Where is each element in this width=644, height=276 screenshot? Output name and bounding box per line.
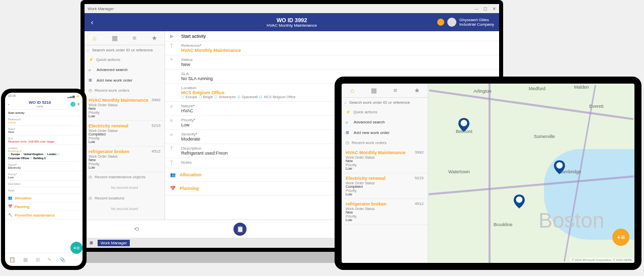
map-pin[interactable]: 1 [458, 118, 469, 132]
avatar[interactable] [447, 18, 456, 27]
back-icon[interactable]: ‹ [8, 103, 9, 106]
windows-start-icon[interactable]: ⊞ [87, 241, 96, 245]
doc-nav-icon[interactable]: 📋 [233, 223, 247, 236]
home-tab-icon[interactable]: ⌂ [85, 34, 105, 42]
start-activity-row[interactable]: ▶Start activity [165, 31, 499, 41]
work-order-item[interactable]: HVAC Monthly Maintenance3992 Work Order … [85, 95, 165, 121]
recent-orders-header: ◷Recent work orders [342, 138, 428, 148]
flash-icon: ⚡ [89, 57, 94, 62]
plus-box-icon: ⊞ [89, 78, 94, 83]
advanced-search[interactable]: ⌕Advanced search [85, 64, 165, 75]
no-records: No records found [85, 182, 165, 193]
work-order-item[interactable]: Electricity renewal5215 Work Order Statu… [342, 173, 428, 199]
calendar-tab-icon[interactable]: ▦ [105, 34, 125, 42]
city-label: Somerville [534, 134, 555, 139]
fab-add-button[interactable]: +≡ [612, 229, 629, 246]
work-order-item[interactable]: refrigerator broken4512 Work Order Statu… [85, 147, 165, 172]
home-tab-icon[interactable]: ⌂ [342, 87, 363, 94]
plus-box-icon: ⊞ [346, 130, 351, 135]
magnifier-icon: ⌕ [346, 120, 351, 124]
star-tab-icon[interactable]: ★ [144, 34, 165, 42]
location-field[interactable]: LocationBuilding A ⬡Europe⬡United Kingdo… [5, 145, 83, 162]
quick-actions-header: ⚡Quick actions [342, 107, 428, 117]
quote-icon: ❝ [170, 57, 177, 67]
search-box[interactable]: ⌕ [342, 98, 428, 107]
list-tab-icon[interactable]: ≡ [125, 34, 145, 42]
search-input[interactable] [92, 48, 162, 52]
advanced-search[interactable]: ⌕Advanced search [342, 117, 428, 127]
quick-actions-header: ⚡Quick actions [85, 55, 165, 64]
fab-add-button[interactable]: +≡ [70, 242, 83, 254]
status-field[interactable]: StatusNew› [5, 126, 83, 135]
clock-icon: ◷ [346, 141, 349, 145]
status-dot-icon[interactable] [70, 102, 75, 107]
notification-icon[interactable] [437, 19, 444, 26]
phone-frame: 10:15 ▂▃▅ ⚡ ‹ WO ID 5210 Lamp ≡ Start ac… [1, 89, 87, 270]
map-pin[interactable]: 2 [554, 160, 565, 174]
allocation-section[interactable]: 👥Allocation [5, 194, 83, 202]
list-icon: ≡ [170, 132, 177, 142]
recent-orders-header: ◷Recent work orders [85, 86, 165, 95]
chevron-right-icon: › [79, 173, 80, 176]
phone-screen: 10:15 ▂▃▅ ⚡ ‹ WO ID 5210 Lamp ≡ Start ac… [5, 93, 83, 266]
nav-doc-icon[interactable]: 📋 [9, 257, 15, 262]
city-label: Arlington [473, 89, 492, 94]
no-records: No records found [85, 203, 165, 215]
nav-edit-icon[interactable]: ✎ [47, 257, 51, 262]
calendar-tab-icon[interactable]: ▦ [363, 87, 385, 94]
map-view[interactable]: Arlington Medford Malden Everett Belmont… [428, 84, 634, 263]
reference-field[interactable]: Reference*Lamp› [5, 116, 83, 126]
work-order-item[interactable]: refrigerator broken4512 Work Order Statu… [342, 199, 428, 225]
header-title: WO ID 3992 [267, 17, 317, 23]
preventive-section[interactable]: 🔧Preventive maintenance [5, 211, 83, 220]
start-activity-row[interactable]: Start activity› [5, 110, 83, 116]
menu-icon[interactable]: ≡ [77, 103, 79, 106]
city-label: Malden [574, 85, 589, 90]
list-tab-icon[interactable]: ≡ [385, 87, 407, 94]
back-button[interactable]: ‹ [85, 18, 100, 26]
back-nav-icon[interactable]: ⟲ [130, 223, 143, 236]
notes-field[interactable]: Notes [5, 187, 83, 194]
work-order-item[interactable]: HVAC Monthly Maintenance3992 Work Order … [342, 148, 428, 173]
city-label: Watertown [448, 169, 470, 174]
add-work-order[interactable]: ⊞Add new work order [342, 127, 428, 138]
tablet-screen: ⌂ ▦ ≡ ★ ⌕ ⚡Quick actions ⌕Advanced searc… [342, 84, 634, 263]
priority-field[interactable]: Priority*Low› [5, 171, 83, 181]
status-time: 10:15 [8, 94, 16, 97]
work-order-item[interactable]: Electricity renewal5215 Work Order Statu… [85, 121, 165, 147]
minimize-icon[interactable]: — [474, 7, 478, 11]
user-org: Industrial Company [459, 22, 494, 27]
reference-field[interactable]: TReference*HVAC Monthly Maintenance [165, 41, 499, 55]
status-field[interactable]: ❝StatusNew [165, 55, 499, 70]
text-icon: T [170, 160, 177, 166]
nav-clip-icon[interactable]: 📎 [59, 257, 65, 262]
wrench-icon: 🔧 [8, 213, 13, 217]
nav-cal-icon[interactable]: ▦ [23, 257, 28, 262]
sidebar: ⌂ ▦ ≡ ★ ⌕ ⚡Quick actions ⌕Advanced searc… [85, 31, 165, 220]
planning-section[interactable]: 📅Planning [5, 202, 83, 211]
list-icon: ≡ [170, 118, 177, 127]
add-work-order[interactable]: ⊞Add new work order [85, 75, 165, 86]
nav-tabs: ⌂ ▦ ≡ ★ [85, 31, 165, 45]
nav-more-icon[interactable]: ⋯ [73, 257, 78, 262]
maximize-icon[interactable]: ▢ [484, 7, 488, 11]
header-subtitle: HVAC Monthly Maintenance [267, 23, 317, 28]
search-input[interactable] [349, 100, 425, 105]
list-icon: ≡ [170, 104, 177, 113]
map-attribution: © 2019 Microsoft Corporation, © 2019 HER… [570, 258, 633, 262]
nav-box-icon[interactable]: ⊞ [36, 257, 40, 262]
phone-bottom-nav: 📋 ▦ ⊞ ✎ 📎 ⋯ [5, 253, 83, 266]
status-icons: ▂▃▅ ⚡ [67, 94, 79, 98]
map-pin[interactable]: 8 [514, 194, 525, 209]
description-field[interactable]: Description [5, 181, 83, 187]
close-icon[interactable]: ✕ [493, 7, 496, 11]
taskbar-app[interactable]: Work Manager [98, 240, 130, 246]
recent-loc-header: ◷Recent locations [85, 193, 165, 203]
search-box[interactable]: ⌕ [85, 45, 165, 55]
nav-tabs: ⌂ ▦ ≡ ★ [342, 84, 428, 98]
nature-field[interactable]: Nature*Electricity› [5, 162, 83, 171]
tag-icon: T [170, 43, 177, 53]
text-icon: T [170, 146, 177, 156]
star-tab-icon[interactable]: ★ [406, 87, 428, 94]
people-icon: 👥 [170, 172, 176, 177]
